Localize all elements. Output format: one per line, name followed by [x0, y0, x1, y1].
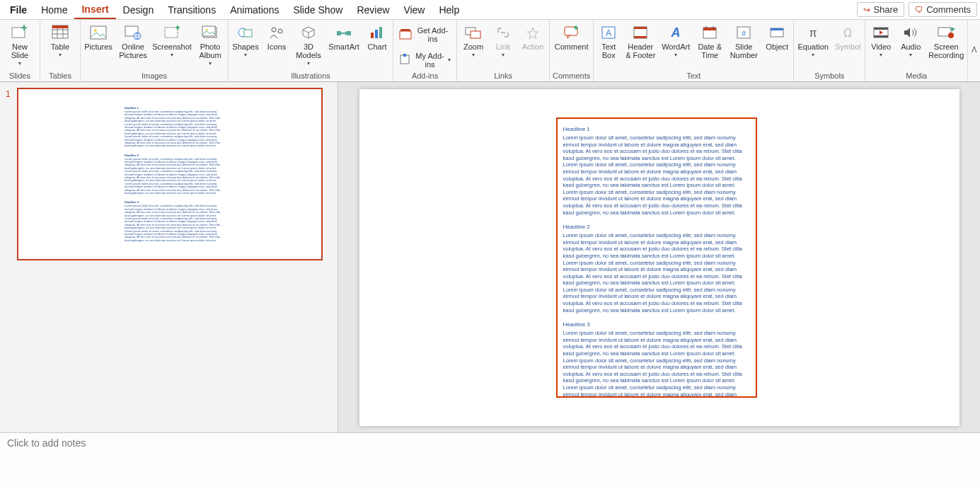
- collapse-ribbon-button[interactable]: ᐱ: [968, 20, 980, 81]
- slide-canvas-area[interactable]: Headline 1 Lorem ipsum dolor sit amet, c…: [338, 82, 980, 432]
- slide-textbox[interactable]: Headline 1 Lorem ipsum dolor sit amet, c…: [556, 117, 757, 398]
- chevron-down-icon: ▾: [880, 51, 882, 59]
- chevron-down-icon: ▾: [171, 51, 173, 59]
- object-icon: [767, 24, 787, 41]
- new-slide-button[interactable]: New Slide ▾: [3, 24, 37, 68]
- thumbnail-slide-1[interactable]: Headline 1Lorem ipsum dolor sit amet, co…: [17, 88, 323, 260]
- tab-view[interactable]: View: [396, 1, 432, 18]
- group-tables-label: Tables: [49, 70, 71, 81]
- audio-label: Audio: [901, 42, 921, 51]
- chevron-down-icon: ▾: [209, 59, 212, 68]
- share-button[interactable]: ↪ Share: [857, 2, 904, 17]
- slide-number-label: Slide Number: [730, 42, 758, 59]
- 3d-models-button[interactable]: 3D Models ▾: [294, 24, 323, 68]
- zoom-label: Zoom: [463, 42, 483, 51]
- svg-rect-57: [874, 28, 888, 30]
- headline-3: Headline 3: [563, 321, 750, 328]
- screen-recording-icon: [936, 24, 956, 41]
- 3d-models-icon: [299, 24, 318, 41]
- equation-button[interactable]: π Equation ▾: [797, 24, 829, 59]
- shapes-button[interactable]: Shapes ▾: [231, 24, 260, 59]
- audio-icon: [901, 24, 921, 41]
- icons-label: Icons: [267, 42, 286, 51]
- tab-slideshow[interactable]: Slide Show: [286, 1, 350, 18]
- header-footer-button[interactable]: Header & Footer: [625, 24, 656, 59]
- tab-home[interactable]: Home: [34, 1, 74, 18]
- svg-rect-28: [375, 30, 378, 38]
- online-pictures-button[interactable]: Online Pictures: [117, 24, 149, 59]
- action-button[interactable]: Action: [519, 24, 546, 51]
- svg-rect-0: [12, 28, 25, 38]
- smartart-button[interactable]: SmartArt: [328, 24, 360, 51]
- audio-button[interactable]: Audio ▾: [898, 24, 923, 59]
- comments-label: Comments: [926, 4, 971, 15]
- comment-button[interactable]: Comment: [553, 24, 590, 51]
- group-links: Zoom ▾ Link ▾ Action Links: [457, 20, 550, 81]
- svg-rect-14: [165, 28, 178, 38]
- thumbnail-item[interactable]: 1 Headline 1Lorem ipsum dolor sit amet, …: [6, 88, 332, 260]
- symbol-button[interactable]: Ω Symbol: [834, 24, 862, 51]
- svg-point-11: [94, 29, 97, 32]
- smartart-label: SmartArt: [328, 42, 359, 51]
- svg-rect-9: [52, 25, 68, 28]
- share-label: Share: [873, 4, 898, 15]
- chart-icon: [367, 24, 387, 41]
- notes-pane[interactable]: Click to add notes: [0, 432, 980, 489]
- group-addins: Get Add-ins My Add-ins ▾ Add-ins: [393, 20, 457, 81]
- wordart-button[interactable]: A WordArt ▾: [660, 24, 691, 59]
- chart-button[interactable]: Chart: [364, 24, 390, 51]
- table-button[interactable]: Table ▾: [43, 24, 77, 59]
- svg-text:A: A: [606, 28, 611, 38]
- tab-file[interactable]: File: [3, 1, 34, 18]
- slide[interactable]: Headline 1 Lorem ipsum dolor sit amet, c…: [359, 89, 959, 426]
- tab-design[interactable]: Design: [116, 1, 161, 18]
- tab-animations[interactable]: Animations: [223, 1, 286, 18]
- online-pictures-icon: [123, 24, 143, 41]
- new-slide-label: New Slide: [11, 42, 28, 59]
- link-button[interactable]: Link ▾: [491, 24, 515, 59]
- textbox-button[interactable]: A Text Box: [596, 24, 621, 59]
- get-addins-button[interactable]: Get Add-ins: [396, 25, 454, 45]
- photo-album-button[interactable]: Photo Album ▾: [195, 24, 225, 68]
- equation-label: Equation: [798, 42, 829, 51]
- zoom-button[interactable]: Zoom ▾: [460, 24, 487, 59]
- tab-review[interactable]: Review: [350, 1, 396, 18]
- icons-button[interactable]: Icons: [264, 24, 289, 51]
- tab-insert[interactable]: Insert: [74, 1, 115, 19]
- group-text: A Text Box Header & Footer A WordArt ▾ D…: [594, 20, 794, 81]
- smartart-icon: [334, 24, 354, 41]
- online-pictures-label: Online Pictures: [119, 42, 147, 59]
- thumbnail-panel[interactable]: 1 Headline 1Lorem ipsum dolor sit amet, …: [0, 82, 338, 432]
- group-comments-label: Comments: [553, 70, 590, 81]
- ribbon: New Slide ▾ Slides Table ▾ Tables Pictur…: [0, 20, 980, 82]
- video-button[interactable]: Video ▾: [868, 24, 894, 59]
- tab-help[interactable]: Help: [432, 1, 466, 18]
- my-addins-button[interactable]: My Add-ins ▾: [396, 50, 454, 70]
- slide-number-button[interactable]: # Slide Number: [728, 24, 759, 59]
- screenshot-button[interactable]: Screenshot ▾: [153, 24, 191, 59]
- slide-number-icon: #: [734, 24, 754, 41]
- symbol-icon: Ω: [838, 24, 858, 41]
- chevron-down-icon: ▾: [909, 51, 912, 59]
- main-area: 1 Headline 1Lorem ipsum dolor sit amet, …: [0, 82, 980, 432]
- pictures-button[interactable]: Pictures: [83, 24, 113, 51]
- header-footer-icon: [630, 24, 650, 41]
- equation-icon: π: [803, 24, 823, 41]
- addins-icon: [399, 54, 412, 65]
- tab-transitions[interactable]: Transitions: [161, 1, 223, 18]
- wordart-icon: A: [666, 24, 686, 41]
- datetime-button[interactable]: Date & Time: [696, 24, 724, 59]
- datetime-icon: [700, 24, 720, 41]
- group-tables: Table ▾ Tables: [40, 20, 81, 81]
- svg-text:A: A: [671, 25, 681, 40]
- svg-rect-21: [244, 30, 252, 37]
- icons-icon: [267, 24, 287, 41]
- object-button[interactable]: Object: [763, 24, 790, 51]
- textbox-label: Text Box: [601, 42, 616, 59]
- comment-label: Comment: [555, 42, 589, 51]
- pictures-label: Pictures: [84, 42, 113, 51]
- screen-recording-button[interactable]: Screen Recording: [928, 24, 964, 59]
- datetime-label: Date & Time: [698, 42, 722, 59]
- pictures-icon: [88, 24, 108, 41]
- comments-button[interactable]: 🗨 Comments: [909, 2, 977, 17]
